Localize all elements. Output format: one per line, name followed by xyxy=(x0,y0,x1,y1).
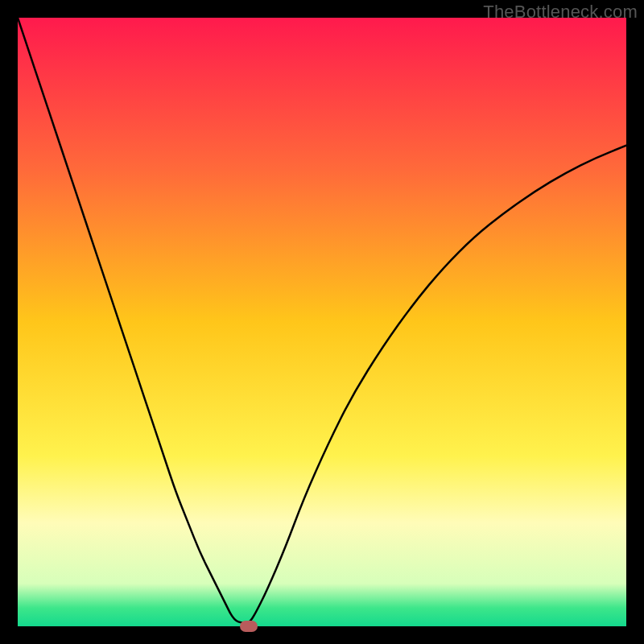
watermark-text: TheBottleneck.com xyxy=(483,2,638,23)
plot-area xyxy=(18,18,626,626)
chart-svg xyxy=(18,18,626,626)
gradient-bg xyxy=(18,18,626,626)
chart-frame: TheBottleneck.com xyxy=(0,0,644,644)
minimum-marker xyxy=(240,621,258,632)
